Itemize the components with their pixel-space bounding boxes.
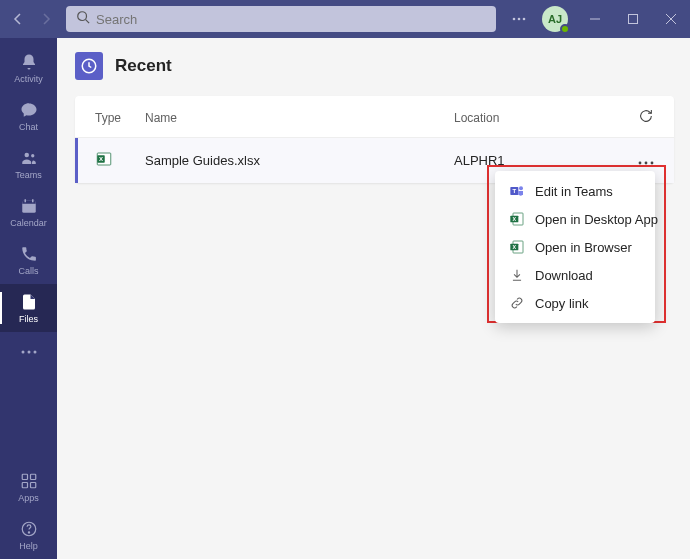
window-maximize[interactable] [614,0,652,38]
teams-icon [20,148,38,168]
svg-point-2 [513,18,516,21]
ctx-label: Copy link [535,296,588,311]
svg-point-3 [518,18,521,21]
more-icon [21,342,37,362]
sidebar-item-apps[interactable]: Apps [0,463,57,511]
svg-text:X: X [99,156,103,162]
header-location[interactable]: Location [454,111,614,125]
sidebar-label: Apps [18,493,39,503]
svg-rect-21 [30,483,35,488]
svg-point-4 [523,18,526,21]
sidebar-item-activity[interactable]: Activity [0,44,57,92]
svg-point-10 [31,154,34,157]
ctx-open-desktop[interactable]: X Open in Desktop App [495,205,655,233]
sidebar-item-help[interactable]: Help [0,511,57,559]
svg-point-30 [651,162,654,165]
sidebar-more[interactable] [0,332,57,372]
svg-point-17 [33,351,36,354]
svg-point-23 [28,532,29,533]
svg-line-1 [86,20,90,24]
presence-indicator [560,24,570,34]
excel-app-icon: X [509,239,525,255]
window-minimize[interactable] [576,0,614,38]
header-name[interactable]: Name [145,111,454,125]
svg-rect-6 [629,15,638,24]
excel-file-icon: X [95,156,113,171]
ctx-label: Open in Desktop App [535,212,658,227]
nav-back[interactable] [4,0,32,38]
window-close[interactable] [652,0,690,38]
recent-icon [75,52,103,80]
search-icon [76,10,90,28]
link-icon [509,295,525,311]
avatar[interactable]: AJ [542,6,568,32]
ctx-open-browser[interactable]: X Open in Browser [495,233,655,261]
search-box[interactable] [66,6,496,32]
file-name: Sample Guides.xlsx [145,153,454,168]
ctx-edit-in-teams[interactable]: T Edit in Teams [495,177,655,205]
sidebar-item-calendar[interactable]: Calendar [0,188,57,236]
content: Recent Type Name Location X Sa [57,38,690,559]
sidebar-item-files[interactable]: Files [0,284,57,332]
ctx-label: Edit in Teams [535,184,613,199]
sidebar-label: Files [19,314,38,324]
sidebar-label: Chat [19,122,38,132]
svg-text:T: T [512,188,516,194]
svg-point-33 [519,186,523,190]
sidebar-item-teams[interactable]: Teams [0,140,57,188]
refresh-button[interactable] [638,108,654,127]
sidebar-label: Help [19,541,38,551]
avatar-initials: AJ [548,13,562,25]
search-input[interactable] [96,12,486,27]
excel-app-icon: X [509,211,525,227]
sidebar-item-calls[interactable]: Calls [0,236,57,284]
sidebar-label: Calls [18,266,38,276]
ctx-label: Download [535,268,593,283]
svg-point-29 [645,162,648,165]
ctx-download[interactable]: Download [495,261,655,289]
nav-forward[interactable] [32,0,60,38]
svg-rect-18 [22,474,27,479]
sidebar: Activity Chat Teams Calendar Calls [0,38,57,559]
context-menu: T Edit in Teams X Open in Desktop App X … [495,171,655,323]
svg-rect-19 [30,474,35,479]
bell-icon [20,52,38,72]
sidebar-label: Calendar [10,218,47,228]
chat-icon [20,100,38,120]
table-header: Type Name Location [75,96,674,137]
apps-icon [20,471,38,491]
svg-point-9 [24,153,29,158]
teams-app-icon: T [509,183,525,199]
page-title: Recent [115,56,172,76]
ctx-label: Open in Browser [535,240,632,255]
svg-rect-20 [22,483,27,488]
title-more[interactable] [504,0,534,38]
sidebar-item-chat[interactable]: Chat [0,92,57,140]
svg-text:X: X [513,244,517,250]
sidebar-label: Teams [15,170,42,180]
download-icon [509,267,525,283]
ctx-copy-link[interactable]: Copy link [495,289,655,317]
svg-point-0 [78,12,87,21]
svg-point-16 [27,351,30,354]
titlebar: AJ [0,0,690,38]
svg-point-28 [639,162,642,165]
help-icon [20,519,38,539]
sidebar-label: Activity [14,74,43,84]
header-type[interactable]: Type [95,111,145,125]
svg-rect-12 [22,201,36,204]
svg-text:X: X [513,216,517,222]
calendar-icon [20,196,38,216]
phone-icon [20,244,38,264]
svg-point-15 [21,351,24,354]
files-icon [20,292,38,312]
